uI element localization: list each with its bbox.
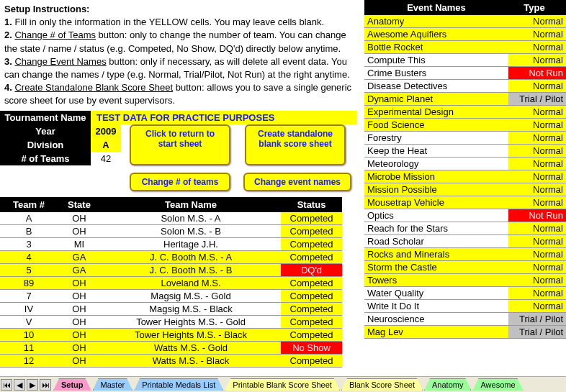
sheet-tab[interactable]: Printable Blank Score Sheet <box>225 378 340 391</box>
event-row[interactable]: Mag LevTrial / Pilot <box>364 326 566 339</box>
event-type[interactable]: Normal <box>508 287 566 299</box>
event-name: Meteorology <box>364 158 508 170</box>
team-row[interactable]: IVOHMagsig M.S. - BlackCompeted <box>0 303 342 316</box>
event-type[interactable]: Normal <box>508 41 566 53</box>
event-name: Mousetrap Vehicle <box>364 196 508 209</box>
change-events-button[interactable]: Change event names <box>243 173 351 191</box>
event-row[interactable]: MeteorologyNormal <box>364 158 566 170</box>
event-row[interactable]: Rocks and MineralsNormal <box>364 248 566 261</box>
team-row[interactable]: 3MIHeritage J.H.Competed <box>0 238 342 251</box>
event-row[interactable]: ForestryNormal <box>364 132 566 145</box>
nav-last-icon[interactable]: ⏭ <box>40 379 51 391</box>
event-row[interactable]: Write It Do ItNormal <box>364 300 566 313</box>
event-type[interactable]: Normal <box>508 222 566 234</box>
event-row[interactable]: OpticsNot Run <box>364 209 566 222</box>
event-name: Water Quality <box>364 287 508 299</box>
event-row[interactable]: Dynamic PlanetTrial / Pilot <box>364 93 566 106</box>
event-name: Crime Busters <box>364 67 508 79</box>
event-row[interactable]: AnatomyNormal <box>364 15 566 28</box>
event-type[interactable]: Trial / Pilot <box>508 326 566 338</box>
team-status[interactable]: Competed <box>281 238 342 250</box>
team-status[interactable]: Competed <box>281 329 342 341</box>
event-row[interactable]: Experimental DesignNormal <box>364 106 566 119</box>
team-row[interactable]: 7OHMagsig M.S. - GoldCompeted <box>0 290 342 303</box>
team-status[interactable]: Competed <box>281 212 342 224</box>
sheet-tab[interactable]: Printable Medals List <box>134 378 223 391</box>
sheet-tab[interactable]: Setup <box>53 378 91 391</box>
nav-next-icon[interactable]: ▶ <box>27 379 38 391</box>
event-type[interactable]: Normal <box>508 183 566 196</box>
event-type[interactable]: Not Run <box>508 67 566 79</box>
sheet-tab[interactable]: Master <box>93 378 133 391</box>
event-type[interactable]: Normal <box>508 132 566 144</box>
event-row[interactable]: Keep the HeatNormal <box>364 145 566 158</box>
team-status[interactable]: Competed <box>281 316 342 328</box>
event-name: Food Science <box>364 119 508 131</box>
team-row[interactable]: 11OHWatts M.S. - GoldNo Show <box>0 342 342 355</box>
event-name: Experimental Design <box>364 106 508 118</box>
team-row[interactable]: 5GAJ. C. Booth M.S. - BDQ'd <box>0 264 342 277</box>
team-status[interactable]: Competed <box>281 355 342 367</box>
team-status[interactable]: Competed <box>281 251 342 263</box>
create-standalone-button[interactable]: Create standalone blank score sheet <box>245 124 346 165</box>
team-status[interactable]: Competed <box>281 277 342 289</box>
event-type[interactable]: Normal <box>508 248 566 260</box>
event-row[interactable]: Mousetrap VehicleNormal <box>364 196 566 209</box>
event-row[interactable]: Crime BustersNot Run <box>364 67 566 80</box>
team-status[interactable]: Competed <box>281 290 342 302</box>
sheet-tab[interactable]: Awesome <box>472 378 523 391</box>
team-status[interactable]: No Show <box>281 342 342 354</box>
event-type[interactable]: Normal <box>508 106 566 118</box>
team-status[interactable]: Competed <box>281 303 342 315</box>
event-name: Optics <box>364 209 508 222</box>
event-row[interactable]: Water QualityNormal <box>364 287 566 300</box>
event-type[interactable]: Trial / Pilot <box>508 313 566 325</box>
division-input[interactable]: A <box>91 138 121 152</box>
sheet-tab[interactable]: Anatomy <box>424 378 471 391</box>
event-type[interactable]: Normal <box>508 145 566 157</box>
nav-first-icon[interactable]: ⏮ <box>1 379 12 391</box>
event-type[interactable]: Normal <box>508 119 566 131</box>
team-row[interactable]: 89OHLoveland M.S.Competed <box>0 277 342 290</box>
event-type[interactable]: Normal <box>508 28 566 40</box>
event-row[interactable]: Reach for the StarsNormal <box>364 222 566 235</box>
event-type[interactable]: Normal <box>508 158 566 170</box>
event-type[interactable]: Normal <box>508 261 566 273</box>
event-type[interactable]: Normal <box>508 170 566 183</box>
event-type[interactable]: Normal <box>508 196 566 209</box>
event-type[interactable]: Normal <box>508 54 566 66</box>
team-row[interactable]: BOHSolon M.S. - BCompeted <box>0 225 342 238</box>
event-row[interactable]: Food ScienceNormal <box>364 119 566 132</box>
event-row[interactable]: Mission PossibleNormal <box>364 183 566 196</box>
event-row[interactable]: Road ScholarNormal <box>364 235 566 248</box>
event-row[interactable]: Compute ThisNormal <box>364 54 566 67</box>
change-teams-button[interactable]: Change # of teams <box>130 173 230 191</box>
event-type[interactable]: Normal <box>508 235 566 247</box>
event-row[interactable]: Awesome AquifiersNormal <box>364 28 566 41</box>
sheet-tab[interactable]: Blank Score Sheet <box>341 378 423 391</box>
event-type[interactable]: Trial / Pilot <box>508 93 566 105</box>
event-type[interactable]: Normal <box>508 274 566 286</box>
team-row[interactable]: 10OHTower Heights M.S. - BlackCompeted <box>0 329 342 342</box>
team-row[interactable]: 12OHWatts M.S. - BlackCompeted <box>0 355 342 368</box>
event-type[interactable]: Not Run <box>508 209 566 222</box>
event-row[interactable]: NeuroscienceTrial / Pilot <box>364 313 566 326</box>
team-status[interactable]: Competed <box>281 225 342 237</box>
team-row[interactable]: VOHTower Heights M.S. - GoldCompeted <box>0 316 342 329</box>
event-name: Disease Detectives <box>364 80 508 92</box>
event-type[interactable]: Normal <box>508 300 566 312</box>
tournament-name-input[interactable]: TEST DATA FOR PRACTICE PURPOSES <box>91 111 356 124</box>
team-row[interactable]: AOHSolon M.S. - ACompeted <box>0 212 342 225</box>
team-status[interactable]: DQ'd <box>281 264 342 276</box>
year-input[interactable]: 2009 <box>91 124 121 138</box>
event-type[interactable]: Normal <box>508 15 566 27</box>
nav-prev-icon[interactable]: ◀ <box>14 379 25 391</box>
event-row[interactable]: Microbe MissionNormal <box>364 170 566 183</box>
event-row[interactable]: Storm the CastleNormal <box>364 261 566 274</box>
event-row[interactable]: TowersNormal <box>364 274 566 287</box>
event-type[interactable]: Normal <box>508 80 566 92</box>
event-row[interactable]: Disease DetectivesNormal <box>364 80 566 93</box>
return-button[interactable]: Click to return to start sheet <box>130 124 230 165</box>
event-row[interactable]: Bottle RocketNormal <box>364 41 566 54</box>
team-row[interactable]: 4GAJ. C. Booth M.S. - ACompeted <box>0 251 342 264</box>
